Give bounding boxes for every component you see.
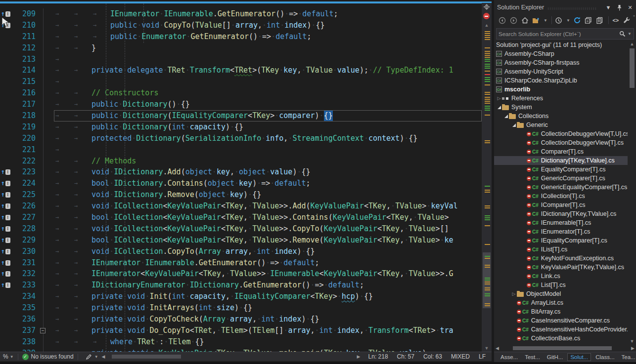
code-line-228[interactable]: ↑I228→→void·ICollection<KeyValuePair<TKe…	[0, 223, 482, 235]
scroll-up-arrow-icon[interactable]: ▲	[482, 23, 492, 28]
fold-margin[interactable]	[39, 348, 54, 352]
code-line-212[interactable]: 212→→}	[0, 42, 482, 54]
expanded-arrow-icon[interactable]	[511, 123, 517, 127]
view-code-button[interactable]: <>	[612, 16, 620, 24]
fold-margin[interactable]	[39, 314, 54, 325]
code-text[interactable]: →→IEnumerator<KeyValuePair<TKey,·TValue>…	[54, 268, 482, 280]
tree-item[interactable]: C#Comparer[T].cs	[494, 147, 628, 156]
code-text[interactable]: →→→where·TRet·:·TElem·{}	[54, 336, 482, 348]
filter-dropdown-caret-icon[interactable]: ▼	[566, 18, 570, 23]
code-text[interactable]: →→→IEnumerator·IEnumerable.GetEnumerator…	[54, 8, 482, 20]
code-line-218[interactable]: 218→→public·Dictionary(IEqualityComparer…	[0, 110, 482, 121]
tree-item[interactable]: C#IEqualityComparer[T].cs	[494, 236, 628, 245]
code-line-236[interactable]: 236→→private·void·CopyToCheck(Array·arra…	[0, 314, 482, 325]
code-text[interactable]: →→void·ICollection.CopyTo(Array·array,·i…	[54, 246, 482, 257]
editor-vertical-scrollbar[interactable]: ▲ ▼	[482, 3, 492, 352]
code-lines[interactable]: ↑I209→→→IEnumerator·IEnumerable.GetEnume…	[0, 3, 482, 352]
implements-glyph-icon[interactable]: ↑I	[0, 280, 13, 291]
health-indicator[interactable]: ✓ No issues found	[22, 353, 74, 360]
fold-collapse-icon[interactable]: −	[40, 328, 45, 333]
implements-glyph-icon[interactable]: ↑I	[0, 246, 13, 257]
tree-item[interactable]: System	[494, 103, 628, 112]
search-dropdown-caret-icon[interactable]: ▼	[628, 32, 632, 36]
tree-item[interactable]: C#IComparer[T].cs	[494, 201, 628, 209]
tree-item[interactable]: C#Dictionary[TKey,TValue].cs	[494, 156, 628, 165]
search-icon[interactable]	[618, 30, 626, 38]
code-line-220[interactable]: 220→→protected·Dictionary(SerializationI…	[0, 133, 482, 144]
fold-margin[interactable]	[39, 291, 54, 302]
solution-explorer-titlebar[interactable]: Solution Explorer ▼ ✕	[494, 0, 636, 14]
fold-margin[interactable]	[39, 212, 54, 223]
code-line-238[interactable]: 238→→→where·TRet·:·TElem·{}	[0, 336, 482, 348]
tree-vertical-scrollbar[interactable]: ▲ ▼	[629, 41, 636, 344]
code-text[interactable]: →→// Constructors	[54, 87, 482, 99]
code-text[interactable]: →→IEnumerator·IEnumerable.GetEnumerator(…	[54, 257, 482, 269]
scroll-left-arrow-icon[interactable]: ◀	[100, 354, 107, 359]
tree-item[interactable]: C#GenericEqualityComparer[T].cs	[494, 183, 628, 192]
implements-glyph-icon[interactable]: ↑I	[0, 189, 13, 201]
code-text[interactable]: →→→public·Enumerator·GetEnumerator()·=>·…	[54, 31, 482, 42]
search-box[interactable]: ▼	[496, 28, 634, 40]
code-line-227[interactable]: ↑I227→→bool·ICollection<KeyValuePair<TKe…	[0, 212, 482, 223]
fold-margin[interactable]	[39, 166, 54, 178]
fold-margin[interactable]	[39, 268, 54, 280]
tree-item[interactable]: C#IEnumerable[T].cs	[494, 218, 628, 227]
tool-window-tab-solut[interactable]: Solut...	[567, 353, 591, 361]
scroll-left-arrow-icon[interactable]: ◀	[494, 346, 500, 351]
code-text[interactable]: →	[54, 144, 482, 156]
code-text[interactable]: →→private·static·KeyValuePair<TKey,·TVal…	[54, 348, 482, 352]
implements-glyph-icon[interactable]: ↑I	[0, 166, 13, 178]
fold-margin[interactable]	[39, 280, 54, 291]
code-line-216[interactable]: 216→→// Constructors	[0, 87, 482, 99]
fold-margin[interactable]	[39, 178, 54, 189]
fold-margin[interactable]	[39, 189, 54, 201]
code-line-223[interactable]: ↑I223→→void·IDictionary.Add(object·key,·…	[0, 166, 482, 178]
code-line-231[interactable]: ↑I231→→IEnumerator·IEnumerable.GetEnumer…	[0, 257, 482, 269]
tree-item[interactable]: C#IList[T].cs	[494, 245, 628, 254]
code-line-234[interactable]: 234→→private·void·Init(int·capacity,·IEq…	[0, 291, 482, 302]
tree-item[interactable]: C#CollectionDebuggerView[T,U].cs	[494, 129, 628, 138]
tree-item[interactable]: C#KeyNotFoundException.cs	[494, 254, 628, 263]
fold-margin[interactable]	[39, 65, 54, 76]
show-all-files-button[interactable]	[596, 16, 604, 24]
code-text[interactable]: →→private·delegate·TRet·Transform<TRet>(…	[54, 65, 482, 76]
fold-margin[interactable]	[39, 8, 54, 20]
implements-glyph-icon[interactable]: ↑I	[0, 178, 13, 189]
fold-margin[interactable]	[39, 246, 54, 257]
tree-item[interactable]: Solution 'project-gui' (11 of 11 project…	[494, 40, 628, 49]
scrollbar-track[interactable]	[107, 354, 356, 360]
implements-glyph-icon[interactable]: ↑I	[0, 257, 13, 269]
tree-item[interactable]: C#ICSharpCode.SharpZipLib	[494, 76, 628, 85]
implements-glyph-icon[interactable]: ↑I	[0, 212, 13, 223]
scroll-down-arrow-icon[interactable]: ▼	[629, 339, 636, 344]
fold-margin[interactable]	[39, 257, 54, 269]
collapsed-arrow-icon[interactable]: ▷	[511, 291, 517, 296]
code-line-211[interactable]: 211→→→public·Enumerator·GetEnumerator()·…	[0, 31, 482, 42]
implements-glyph-icon[interactable]: ↑I	[0, 268, 13, 280]
fold-margin[interactable]	[39, 54, 54, 65]
split-editor-handle[interactable]	[483, 4, 490, 11]
code-line-210[interactable]: ↑I210→→→public·void·CopyTo(TValue[]·arra…	[0, 20, 482, 31]
scroll-right-arrow-icon[interactable]: ▶	[356, 354, 362, 359]
tree-item[interactable]: C#Link.cs	[494, 272, 628, 281]
tree-item[interactable]: C#GenericComparer[T].cs	[494, 174, 628, 183]
tree-item[interactable]: Collections	[494, 112, 628, 121]
scroll-up-arrow-icon[interactable]: ▲	[629, 41, 636, 46]
tool-window-tab-asse[interactable]: Asse...	[498, 354, 520, 361]
code-line-226[interactable]: ↑I226→→void·ICollection<KeyValuePair<TKe…	[0, 201, 482, 212]
tool-window-tab-tea[interactable]: Tea...	[619, 354, 636, 361]
code-text[interactable]: →→private·void·Init(int·capacity,·IEqual…	[54, 291, 482, 302]
collapsed-arrow-icon[interactable]: ▷	[496, 96, 502, 101]
tree-item[interactable]: C#CollectionDebuggerView[T].cs	[494, 138, 628, 147]
code-text[interactable]: →	[54, 76, 482, 87]
fold-margin[interactable]	[39, 20, 54, 31]
expanded-arrow-icon[interactable]	[503, 115, 509, 118]
tool-window-tab-class[interactable]: Class...	[593, 354, 617, 361]
scroll-right-arrow-icon[interactable]: ▶	[630, 346, 636, 351]
code-line-221[interactable]: 221→	[0, 144, 482, 156]
code-text[interactable]: →→void·ICollection<KeyValuePair<TKey,·TV…	[54, 223, 482, 235]
implements-glyph-icon[interactable]: ↑I	[0, 201, 13, 212]
toolbar-overflow-icon[interactable]: ''	[633, 15, 635, 20]
tree-item[interactable]: C#Assembly-CSharp	[494, 49, 628, 58]
tree-item[interactable]: C#CollectionBase.cs	[494, 334, 628, 343]
